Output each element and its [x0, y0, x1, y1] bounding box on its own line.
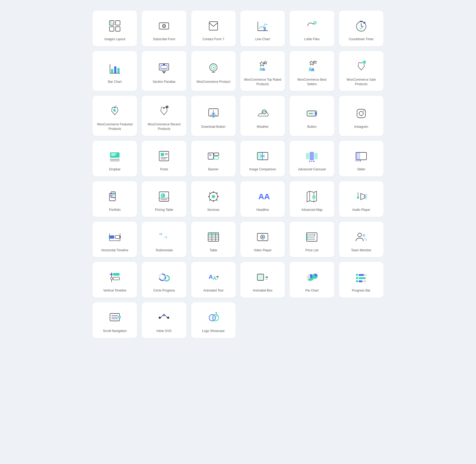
- card-animated-box[interactable]: Animated Box: [240, 262, 285, 298]
- svg-line-75: [264, 155, 265, 156]
- svg-rect-78: [310, 152, 314, 160]
- svg-rect-25: [161, 65, 167, 69]
- svg-point-18: [363, 22, 365, 24]
- card-video-player[interactable]: Video Player: [240, 222, 285, 257]
- card-woocommerce-top-rated[interactable]: WooCommerce Top Rated Products: [240, 51, 285, 91]
- card-scroll-navigation[interactable]: Scroll Navigation: [93, 302, 137, 338]
- pricing-table-icon: $: [156, 189, 172, 204]
- card-logo-showcase[interactable]: Logo Showcase: [191, 302, 236, 338]
- svg-rect-8: [209, 22, 218, 30]
- card-headline[interactable]: AA Headline: [240, 181, 285, 217]
- svg-point-114: [357, 197, 359, 199]
- subscribe-form-icon: @: [156, 18, 172, 34]
- svg-rect-68: [209, 154, 211, 156]
- card-label-woocommerce-product: WooCommerce Product: [196, 80, 230, 84]
- card-countdown-timer[interactable]: Countdown Timer: [339, 11, 383, 46]
- svg-rect-146: [113, 273, 120, 276]
- dropbar-icon: [107, 148, 123, 164]
- card-contact-form-7[interactable]: Contact Form 7: [191, 11, 236, 46]
- card-button[interactable]: Button: [290, 96, 334, 136]
- card-portfolio[interactable]: Portfolio: [93, 181, 137, 217]
- card-woocommerce-product[interactable]: ★ WooCommerce Product: [191, 51, 236, 91]
- card-line-chart[interactable]: Line Chart: [240, 11, 285, 46]
- portfolio-icon: [107, 189, 123, 204]
- svg-rect-56: [111, 155, 115, 156]
- card-label-woocommerce-featured: WooCommerce Featured Products: [96, 122, 134, 131]
- card-posts[interactable]: Posts: [142, 141, 186, 176]
- svg-text:$: $: [314, 234, 315, 236]
- svg-point-53: [363, 110, 364, 111]
- svg-rect-131: [208, 233, 219, 235]
- svg-point-88: [360, 160, 361, 161]
- card-vertical-timeline[interactable]: Vertical Timeline: [93, 262, 137, 298]
- svg-rect-79: [314, 153, 318, 159]
- card-circle-progress[interactable]: Circle Progress: [142, 262, 186, 298]
- banner-icon: [205, 148, 221, 164]
- svg-text:": ": [159, 231, 162, 240]
- card-label-line-chart: Line Chart: [255, 37, 270, 42]
- svg-point-113: [313, 196, 315, 198]
- svg-point-165: [356, 277, 358, 279]
- card-banner[interactable]: Banner: [191, 141, 236, 176]
- card-label-woocommerce-sale-products: WooCommerce Sale Products: [342, 78, 380, 87]
- card-testimonials[interactable]: " " Testimonials: [142, 222, 186, 257]
- svg-rect-23: [117, 68, 120, 73]
- card-bar-chart[interactable]: Bar Chart: [93, 51, 137, 91]
- card-images-layout[interactable]: Images Layout: [93, 11, 137, 46]
- button-icon: [304, 106, 320, 121]
- animated-box-icon: [255, 269, 271, 285]
- card-slider[interactable]: Slider: [339, 141, 383, 176]
- svg-point-162: [356, 274, 358, 276]
- svg-point-99: [212, 195, 215, 198]
- card-label-woocommerce-best-sellers: WooCommerce Best Sellers: [293, 78, 331, 87]
- svg-point-13: [314, 22, 316, 24]
- testimonials-icon: " ": [156, 229, 172, 245]
- card-label-bar-chart: Bar Chart: [108, 80, 121, 84]
- svg-point-143: [358, 233, 361, 237]
- card-dropbar[interactable]: Dropbar: [93, 141, 137, 176]
- svg-line-179: [161, 315, 163, 318]
- card-instagram[interactable]: Instagram: [339, 96, 383, 136]
- svg-point-183: [216, 315, 218, 317]
- card-section-parallax[interactable]: Section Parallax: [142, 51, 186, 91]
- card-audio-player[interactable]: Audio Player: [339, 181, 383, 217]
- images-layout-icon: [107, 18, 123, 34]
- svg-rect-22: [114, 66, 116, 73]
- woocommerce-best-sellers-icon: [304, 58, 320, 74]
- card-pie-chart[interactable]: Pie Chart: [290, 262, 334, 298]
- svg-point-168: [356, 280, 358, 282]
- video-player-icon: [255, 229, 271, 245]
- card-woocommerce-sale-products[interactable]: % WooCommerce Sale Products: [339, 51, 383, 91]
- card-inline-svg[interactable]: Inline SVG: [142, 302, 186, 338]
- card-woocommerce-best-sellers[interactable]: WooCommerce Best Sellers: [290, 51, 334, 91]
- card-pricing-table[interactable]: $ Pricing Table: [142, 181, 186, 217]
- card-label-posts: Posts: [160, 167, 168, 172]
- woocommerce-product-icon: ★: [205, 61, 221, 76]
- card-woocommerce-featured[interactable]: WooCommerce Featured Products: [93, 96, 137, 136]
- card-advanced-map[interactable]: Advanced Map: [290, 181, 334, 217]
- card-download-button[interactable]: Download Button: [191, 96, 236, 136]
- card-progress-bar[interactable]: Progress Bar: [339, 262, 383, 298]
- card-price-list[interactable]: $ Price List: [290, 222, 334, 257]
- card-services[interactable]: Services: [191, 181, 236, 217]
- card-label-pie-chart: Pie Chart: [305, 288, 318, 293]
- card-team-member[interactable]: Team Member: [339, 222, 383, 257]
- card-label-circle-progress: Circle Progress: [153, 288, 175, 293]
- card-horizontal-timeline[interactable]: Horizontal Timeline: [93, 222, 137, 257]
- horizontal-timeline-icon: [107, 229, 123, 245]
- card-weather[interactable]: Weather: [240, 96, 285, 136]
- card-label-vertical-timeline: Vertical Timeline: [103, 288, 126, 293]
- card-label-pricing-table: Pricing Table: [155, 208, 173, 212]
- card-table[interactable]: Table: [191, 222, 236, 257]
- woocommerce-recent-icon: [156, 103, 172, 119]
- card-label-portfolio: Portfolio: [109, 208, 121, 212]
- audio-player-icon: [353, 189, 369, 204]
- card-image-comparison[interactable]: Image Comparison: [240, 141, 285, 176]
- inline-svg-icon: [156, 310, 172, 326]
- svg-line-106: [216, 193, 217, 194]
- card-lottie-files[interactable]: Lottie Files: [290, 11, 334, 46]
- card-subscribe-form[interactable]: @ Subscribe Form: [142, 11, 186, 46]
- card-advanced-carousel[interactable]: Advanced Carousel: [290, 141, 334, 176]
- card-woocommerce-recent[interactable]: WooCommerce Recent Products: [142, 96, 186, 136]
- card-animated-text[interactable]: A A Animated Text: [191, 262, 236, 298]
